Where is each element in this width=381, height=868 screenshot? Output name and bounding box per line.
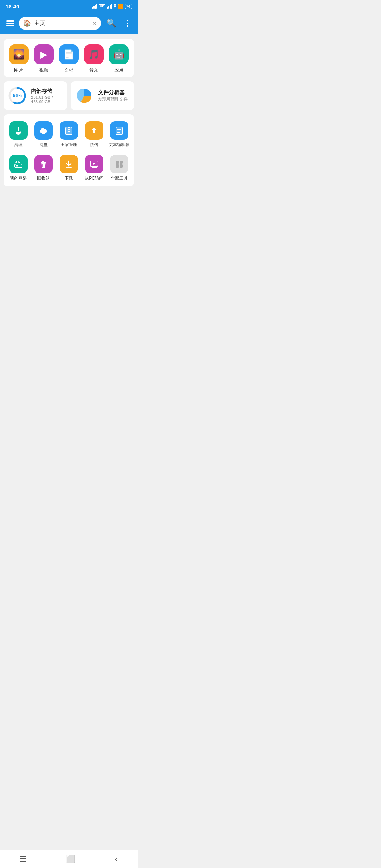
transfer-label: 快传	[90, 142, 98, 148]
pc-access-label: 从PC访问	[85, 175, 103, 181]
svg-rect-27	[120, 161, 123, 164]
storage-title: 内部存储	[31, 88, 63, 95]
music-icon: 🎵	[84, 44, 104, 64]
status-icons: HD ▾̃ 📶 74	[92, 4, 132, 9]
pc-access-icon	[85, 155, 103, 173]
analyzer-sub: 发现可清理文件	[98, 97, 128, 102]
cloud-label: 网盘	[39, 142, 48, 148]
storage-percent: 56%	[13, 93, 22, 98]
clean-icon	[9, 121, 28, 140]
network-icon	[9, 155, 28, 173]
clean-label: 清理	[14, 142, 23, 148]
file-type-apps[interactable]: 🤖 应用	[109, 44, 129, 73]
storage-row: 56% 内部存储 261.81 GB / 463.99 GB	[4, 81, 134, 110]
svg-rect-26	[116, 161, 119, 164]
apps-label: 应用	[114, 67, 123, 73]
music-label: 音乐	[89, 67, 98, 73]
download-icon	[60, 155, 78, 173]
tools-grid: 清理 网盘	[6, 119, 131, 183]
svg-rect-22	[66, 167, 72, 168]
analyzer-info: 文件分析器 发现可清理文件	[98, 89, 128, 102]
apps-icon: 🤖	[109, 44, 129, 64]
tools-card: 清理 网盘	[4, 114, 134, 186]
text-editor-icon	[110, 121, 128, 140]
home-pill-label: 主页	[34, 20, 89, 27]
svg-rect-19	[42, 161, 44, 162]
battery-icon: 74	[125, 4, 132, 9]
wifi-icon: ▾̃	[114, 4, 116, 9]
file-type-music[interactable]: 🎵 音乐	[84, 44, 104, 73]
signal-icon-2	[107, 4, 112, 9]
svg-rect-7	[68, 127, 70, 128]
pill-close-button[interactable]: ✕	[92, 20, 97, 27]
internal-storage-card[interactable]: 56% 内部存储 261.81 GB / 463.99 GB	[4, 81, 67, 110]
top-bar: 🏠 主页 ✕ 🔍 ⋮	[0, 13, 138, 34]
images-icon: 🌄	[9, 44, 29, 64]
tool-download[interactable]: 下载	[57, 153, 81, 183]
signal-icon	[92, 4, 97, 9]
zip-label: 压缩管理	[60, 142, 77, 148]
main-content: 🌄 图片 ▶ 视频 📄 文档 🎵 音乐 🤖 应用	[0, 34, 138, 191]
transfer-icon	[85, 121, 103, 140]
tool-all-tools[interactable]: 全部工具	[107, 153, 131, 183]
svg-rect-29	[120, 164, 123, 168]
hd-badge: HD	[99, 4, 105, 8]
video-icon: ▶	[34, 44, 54, 64]
tool-cloud[interactable]: 网盘	[32, 119, 56, 150]
text-editor-label: 文本编辑器	[109, 142, 130, 148]
status-bar: 18:40 HD ▾̃ 📶 74	[0, 0, 138, 13]
svg-rect-3	[18, 127, 19, 131]
file-types-card: 🌄 图片 ▶ 视频 📄 文档 🎵 音乐 🤖 应用	[4, 39, 134, 77]
zip-icon	[60, 121, 78, 140]
tool-recycle[interactable]: 回收站	[32, 153, 56, 183]
tool-pc-access[interactable]: 从PC访问	[82, 153, 106, 183]
docs-label: 文档	[64, 67, 73, 73]
video-label: 视频	[39, 67, 48, 73]
home-pill[interactable]: 🏠 主页 ✕	[19, 17, 101, 30]
file-type-images[interactable]: 🌄 图片	[9, 44, 29, 73]
search-button[interactable]: 🔍	[104, 17, 118, 29]
cloud-icon	[34, 121, 53, 140]
tool-transfer[interactable]: 快传	[82, 119, 106, 150]
svg-rect-28	[116, 164, 119, 168]
docs-icon: 📄	[59, 44, 79, 64]
svg-point-16	[16, 165, 17, 167]
storage-info: 内部存储 261.81 GB / 463.99 GB	[31, 88, 63, 104]
file-analyzer-card[interactable]: 文件分析器 发现可清理文件	[71, 81, 134, 110]
network-label: 我的网络	[10, 175, 27, 181]
recycle-icon	[34, 155, 53, 173]
svg-point-17	[17, 165, 18, 167]
download-label: 下载	[65, 175, 73, 181]
svg-rect-9	[68, 131, 70, 132]
recycle-label: 回收站	[37, 175, 50, 181]
tool-clean[interactable]: 清理	[6, 119, 30, 150]
tool-text-editor[interactable]: 文本编辑器	[107, 119, 131, 150]
analyzer-title: 文件分析器	[98, 89, 128, 96]
tool-network[interactable]: 我的网络	[6, 153, 30, 183]
wifi-symbol: 📶	[117, 4, 123, 9]
more-button[interactable]: ⋮	[122, 17, 133, 30]
analyzer-icon	[75, 86, 94, 105]
svg-rect-8	[68, 129, 70, 130]
all-tools-icon	[110, 155, 128, 173]
storage-sub: 261.81 GB / 463.99 GB	[31, 95, 63, 104]
status-time: 18:40	[6, 4, 19, 10]
file-type-docs[interactable]: 📄 文档	[59, 44, 79, 73]
home-icon: 🏠	[23, 19, 31, 27]
storage-circle: 56%	[8, 86, 27, 105]
tool-zip[interactable]: 压缩管理	[57, 119, 81, 150]
file-type-video[interactable]: ▶ 视频	[34, 44, 54, 73]
all-tools-label: 全部工具	[111, 175, 128, 181]
images-label: 图片	[14, 67, 23, 73]
menu-button[interactable]	[5, 19, 16, 28]
